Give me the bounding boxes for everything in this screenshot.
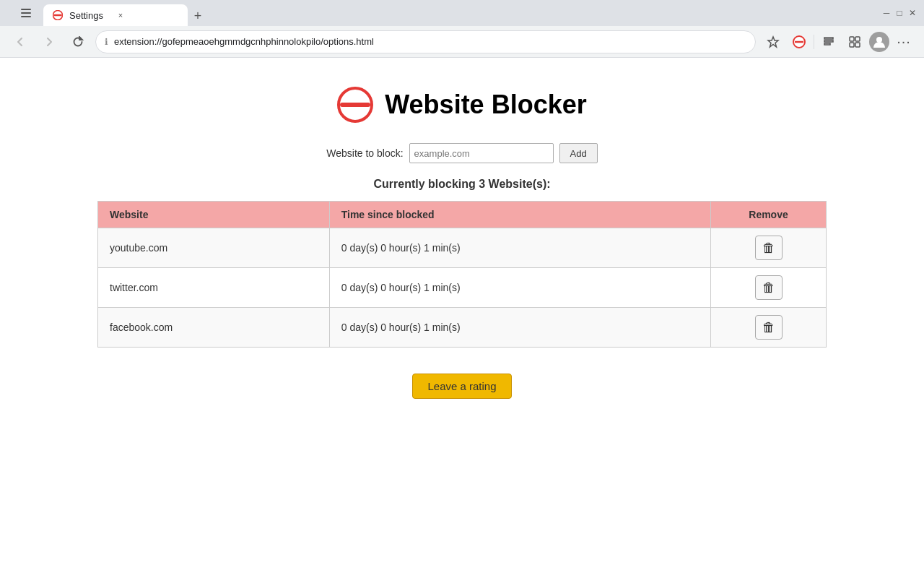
- toolbar-divider: [814, 35, 814, 49]
- window-buttons: ─ □ ✕: [881, 7, 918, 19]
- more-button[interactable]: ···: [892, 30, 915, 53]
- svg-marker-5: [79, 37, 82, 40]
- app-header: Website Blocker: [337, 87, 586, 123]
- toolbar-actions: ···: [762, 30, 915, 53]
- remove-cell: 🗑: [711, 228, 827, 268]
- svg-marker-6: [768, 37, 778, 47]
- trash-icon: 🗑: [762, 280, 775, 296]
- trash-icon: 🗑: [762, 241, 775, 256]
- toolbar: ℹ extension://gofepmeaoehgmmdgcnhphinnol…: [0, 26, 924, 58]
- address-bar[interactable]: ℹ extension://gofepmeaoehgmmdgcnhphinnol…: [95, 30, 756, 53]
- svg-rect-10: [855, 37, 860, 41]
- svg-rect-0: [21, 9, 31, 10]
- remove-button-twitter[interactable]: 🗑: [755, 275, 783, 300]
- time-cell: 0 day(s) 0 hour(s) 1 min(s): [329, 308, 710, 348]
- svg-rect-1: [21, 12, 31, 14]
- time-cell: 0 day(s) 0 hour(s) 1 min(s): [329, 268, 710, 308]
- input-label: Website to block:: [326, 147, 403, 159]
- tab-favicon: [52, 9, 64, 21]
- trash-icon: 🗑: [762, 320, 775, 335]
- address-text: extension://gofepmeaoehgmmdgcnhphinnolok…: [114, 36, 746, 47]
- website-col-header: Website: [98, 202, 330, 228]
- svg-rect-11: [850, 43, 854, 47]
- svg-point-13: [876, 37, 882, 43]
- website-cell: youtube.com: [98, 228, 330, 268]
- sidebar-toggle-button[interactable]: [14, 1, 38, 25]
- table-row: youtube.com 0 day(s) 0 hour(s) 1 min(s) …: [98, 228, 827, 268]
- table-body: youtube.com 0 day(s) 0 hour(s) 1 min(s) …: [98, 228, 827, 348]
- remove-col-header: Remove: [711, 202, 827, 228]
- browser-frame: Settings × + ─ □ ✕ ℹ extension://gofepme…: [0, 0, 924, 578]
- back-button[interactable]: [9, 30, 32, 53]
- tab-bar: Settings × +: [43, 0, 875, 26]
- remove-button-youtube[interactable]: 🗑: [755, 236, 783, 260]
- page-content: Website Blocker Website to block: Add Cu…: [0, 58, 924, 578]
- time-col-header: Time since blocked: [329, 202, 710, 228]
- table-row: facebook.com 0 day(s) 0 hour(s) 1 min(s)…: [98, 308, 827, 348]
- block-extension-button[interactable]: [788, 30, 811, 53]
- svg-rect-9: [850, 37, 854, 41]
- add-button[interactable]: Add: [559, 143, 598, 163]
- website-input[interactable]: [409, 143, 554, 163]
- star-button[interactable]: [762, 30, 785, 53]
- profile-avatar[interactable]: [869, 32, 889, 52]
- maximize-button[interactable]: □: [894, 7, 905, 19]
- svg-rect-2: [21, 16, 31, 17]
- remove-button-facebook[interactable]: 🗑: [755, 315, 783, 340]
- collections-button[interactable]: [843, 30, 866, 53]
- blocked-sites-table: Website Time since blocked Remove youtub…: [97, 201, 827, 348]
- favorites-button[interactable]: [817, 30, 840, 53]
- tab-close-button[interactable]: ×: [115, 9, 126, 21]
- tab-title: Settings: [69, 10, 103, 21]
- title-bar: Settings × + ─ □ ✕: [0, 0, 924, 26]
- leave-rating-button[interactable]: Leave a rating: [412, 374, 511, 399]
- active-tab[interactable]: Settings ×: [43, 4, 188, 26]
- remove-cell: 🗑: [711, 308, 827, 348]
- website-cell: facebook.com: [98, 308, 330, 348]
- new-tab-button[interactable]: +: [188, 6, 208, 26]
- svg-rect-12: [855, 43, 860, 47]
- section-heading: Currently blocking 3 Website(s):: [373, 178, 550, 191]
- time-cell: 0 day(s) 0 hour(s) 1 min(s): [329, 228, 710, 268]
- app-title: Website Blocker: [385, 90, 586, 120]
- website-cell: twitter.com: [98, 268, 330, 308]
- refresh-button[interactable]: [66, 30, 90, 53]
- remove-cell: 🗑: [711, 268, 827, 308]
- table-row: twitter.com 0 day(s) 0 hour(s) 1 min(s) …: [98, 268, 827, 308]
- table-header: Website Time since blocked Remove: [98, 202, 827, 228]
- block-logo-icon: [337, 87, 373, 123]
- minimize-button[interactable]: ─: [881, 7, 892, 19]
- forward-button[interactable]: [38, 30, 61, 53]
- website-input-row: Website to block: Add: [326, 143, 598, 163]
- close-window-button[interactable]: ✕: [907, 7, 918, 19]
- info-icon: ℹ: [105, 37, 108, 47]
